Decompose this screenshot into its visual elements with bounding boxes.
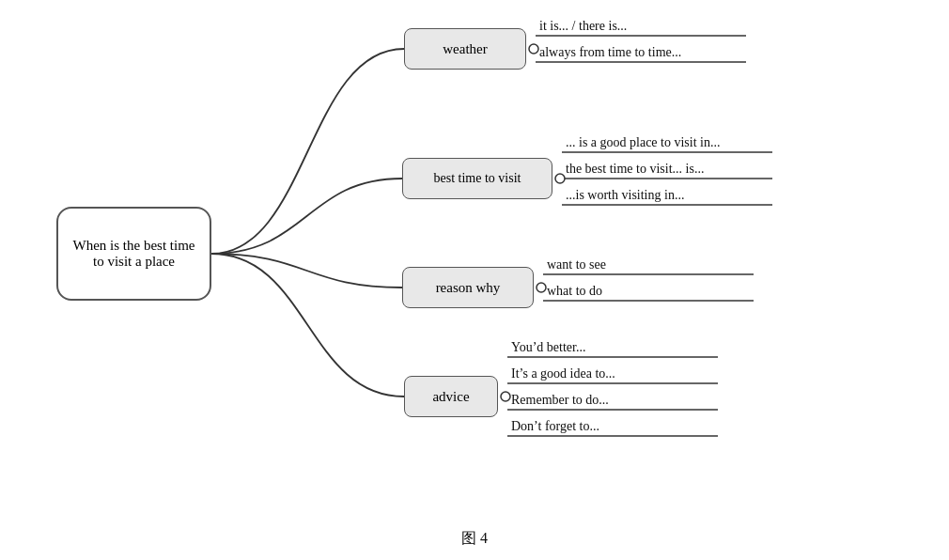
leaf-label: It’s a good idea to... — [511, 366, 615, 381]
leaf-label: Don’t forget to... — [511, 419, 599, 434]
leaf-label: want to see — [547, 257, 606, 272]
leaf-label: Remember to do... — [511, 393, 609, 408]
svg-point-14 — [501, 392, 510, 401]
leaf-label: You’d better... — [511, 340, 585, 355]
leaf-label: it is... / there is... — [539, 19, 627, 34]
branch-node-weather: weather — [404, 28, 526, 70]
leaf-label: what to do — [547, 284, 602, 299]
branch-node-advice: advice — [404, 376, 498, 417]
branch-node-reason_why: reason why — [402, 267, 534, 308]
leaf-label: always from time to time... — [539, 45, 681, 60]
branch-node-best_time: best time to visit — [402, 158, 552, 199]
center-node: When is the best time to visit a place — [56, 207, 211, 301]
svg-point-9 — [537, 283, 546, 292]
figure-caption: 图 4 — [0, 529, 949, 549]
leaf-label: ...is worth visiting in... — [566, 188, 684, 203]
center-label: When is the best time to visit a place — [70, 238, 198, 270]
leaf-label: the best time to visit... is... — [566, 162, 704, 177]
leaf-label: ... is a good place to visit in... — [566, 135, 720, 150]
svg-point-2 — [529, 44, 538, 54]
svg-point-6 — [555, 174, 565, 183]
mind-map-canvas: When is the best time to visit a place w… — [0, 0, 949, 560]
